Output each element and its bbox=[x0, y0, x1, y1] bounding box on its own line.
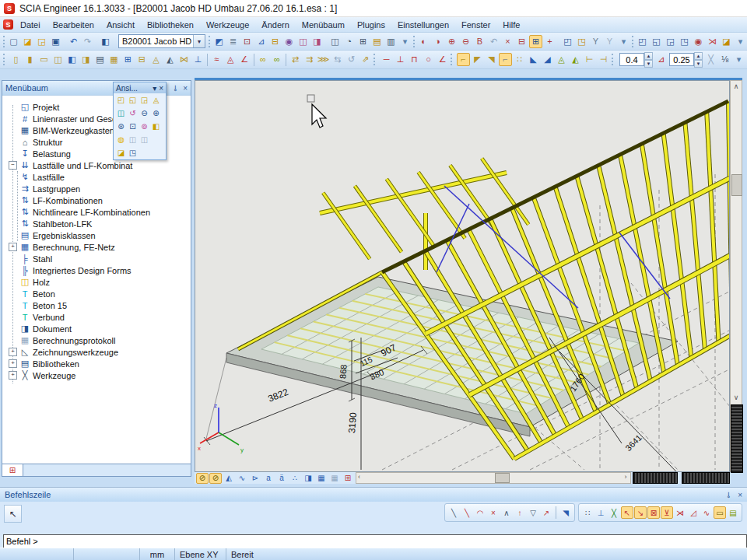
window-tile-horizontal-button[interactable]: ◲ bbox=[664, 35, 677, 48]
filter-a-button[interactable]: Y bbox=[589, 35, 602, 48]
tree-item-lastfälle[interactable]: ↯Lastfälle bbox=[18, 171, 191, 183]
mesh-nodes-button[interactable]: ∴ bbox=[289, 473, 301, 484]
view-parameters-save-button[interactable]: ◫ bbox=[127, 134, 139, 145]
snap-angle-button[interactable]: ∧ bbox=[500, 506, 513, 519]
toolbar-overflow-2-button[interactable]: ▾ bbox=[617, 35, 630, 48]
fast-redraw-button[interactable]: ⋊ bbox=[706, 35, 719, 48]
table-results-button[interactable]: ▦ bbox=[315, 473, 328, 484]
zoom-out-button[interactable]: ⊖ bbox=[139, 107, 150, 119]
toolbar-grip[interactable] bbox=[209, 36, 210, 47]
dot-grid-button[interactable]: ∷ bbox=[581, 506, 594, 519]
preview-window-button[interactable]: ◨ bbox=[310, 35, 324, 48]
tree-item-werkzeuge[interactable]: +╳Werkzeuge bbox=[2, 369, 191, 381]
model-viewport[interactable]: 3822 907 868 115 380 3190 1760 3641 x y … bbox=[195, 80, 730, 472]
snap-arc-center-button[interactable]: ◿ bbox=[687, 506, 700, 519]
menu-werkzeuge[interactable]: Werkzeuge bbox=[200, 19, 255, 31]
display-scale-input[interactable] bbox=[669, 53, 694, 66]
view-side-button[interactable]: ◲ bbox=[139, 94, 150, 106]
select-minus-button[interactable]: ⊟ bbox=[515, 35, 528, 48]
chevron-down-icon[interactable]: ▾ bbox=[153, 84, 156, 93]
tree-item-zeichnungswerkzeuge[interactable]: +◺Zeichnungswerkzeuge bbox=[2, 346, 191, 358]
display-scale-button[interactable]: ╳ bbox=[704, 53, 717, 66]
menu-bearbeiten[interactable]: Bearbeiten bbox=[47, 19, 100, 31]
tree-item-bibliotheken[interactable]: +▤Bibliotheken bbox=[2, 358, 191, 369]
scroll-down-icon[interactable]: ∨ bbox=[731, 392, 742, 403]
select-by-cursor-button[interactable]: ◐ bbox=[417, 35, 430, 48]
vertical-scroll-thumb[interactable] bbox=[731, 174, 742, 196]
line-grid-button[interactable]: ⊥ bbox=[594, 506, 607, 519]
document-link-button[interactable]: ◨ bbox=[302, 473, 314, 484]
clipping-box-button[interactable]: ◫ bbox=[115, 107, 127, 119]
redo-button[interactable]: ↷ bbox=[81, 35, 94, 48]
menubaum-tab[interactable]: ⊞ bbox=[2, 464, 23, 476]
toolbar-grip[interactable] bbox=[3, 36, 5, 47]
tree-item-lastfälle-und-lf-kombinat[interactable]: −⇊Lastfälle und LF-Kombinat bbox=[2, 159, 191, 171]
snap-midpoint-button[interactable]: ↘ bbox=[634, 506, 647, 519]
scale-ratio-button[interactable]: ⅛ bbox=[718, 53, 731, 66]
snap-delete-button[interactable]: × bbox=[487, 506, 500, 519]
toggle-node-labels-button[interactable]: ⊢ bbox=[583, 53, 596, 66]
tree-item-berechnungsprotokoll[interactable]: ▦Berechnungsprotokoll bbox=[2, 334, 191, 346]
select-restore-button[interactable]: ↶ bbox=[487, 35, 500, 48]
pin-icon[interactable]: ⊸ bbox=[170, 85, 179, 91]
draw-perpendicular-button[interactable]: ⊥ bbox=[394, 53, 407, 66]
spinner-up-icon[interactable]: ▲ bbox=[644, 52, 653, 60]
snap-endpoint-button[interactable]: ↖ bbox=[621, 506, 633, 519]
view-flag-button[interactable]: ⊳ bbox=[249, 473, 261, 484]
load-scale-spinner[interactable]: ▲▼ bbox=[619, 52, 653, 68]
tree-item-ergebnisklassen[interactable]: ▤Ergebnisklassen bbox=[18, 229, 191, 241]
select-by-property-button[interactable]: ⊞ bbox=[529, 35, 542, 48]
status-unit[interactable]: mm bbox=[140, 548, 175, 560]
draw-circle-button[interactable]: ○ bbox=[422, 53, 435, 66]
snap-table-button[interactable]: ▤ bbox=[727, 506, 739, 519]
window-tile-button[interactable]: ◱ bbox=[650, 35, 663, 48]
toolbar-grip[interactable] bbox=[413, 36, 415, 47]
tree-item-integriertes-design-forms[interactable]: ╠Integriertes Design Forms bbox=[2, 264, 191, 276]
draw-line-button[interactable]: ─ bbox=[380, 53, 393, 66]
subregion-button[interactable]: ▦ bbox=[107, 53, 121, 66]
select-add-button[interactable]: ⊕ bbox=[445, 35, 458, 48]
labels-settings-button[interactable]: ä bbox=[275, 473, 288, 484]
scroll-left-icon[interactable]: ‹ bbox=[358, 473, 360, 481]
snap-curve-button[interactable]: ∿ bbox=[700, 506, 713, 519]
haunch-button[interactable]: ◬ bbox=[149, 53, 163, 66]
menu-fenster[interactable]: Fenster bbox=[455, 19, 496, 31]
toolbar-grip[interactable] bbox=[374, 54, 377, 65]
toggle-rendering-button[interactable]: ◤ bbox=[471, 53, 484, 66]
spinner-up-icon[interactable]: ▲ bbox=[694, 52, 703, 60]
rotate-button[interactable]: ↺ bbox=[345, 53, 358, 66]
section-grid-button[interactable]: ⊞ bbox=[342, 473, 354, 484]
close-icon[interactable]: × bbox=[738, 491, 742, 499]
mirror-button[interactable]: ⇆ bbox=[331, 53, 344, 66]
check-nodes-button[interactable]: ≈ bbox=[210, 53, 223, 66]
selection-mode-button[interactable]: ↖ bbox=[4, 505, 22, 523]
close-all-viewports-button[interactable]: ◧ bbox=[99, 35, 112, 48]
center-on-selection-button[interactable]: + bbox=[543, 35, 556, 48]
toggle-system-lines-button[interactable]: ⌐ bbox=[499, 53, 512, 66]
tree-item-beton[interactable]: TBeton bbox=[2, 288, 191, 299]
toggle-load-labels-button[interactable]: ◬ bbox=[555, 53, 568, 66]
column-button[interactable]: ▮ bbox=[23, 53, 37, 66]
command-input[interactable] bbox=[3, 534, 747, 548]
view-front-button[interactable]: ◱ bbox=[127, 94, 139, 106]
print-button[interactable]: ◫ bbox=[328, 35, 342, 48]
save-selection-button[interactable]: ◰ bbox=[561, 35, 574, 48]
tree-item-nichtlineare-lf-kombinationen[interactable]: ⇅Nichtlineare LF-Kombinationen bbox=[18, 206, 191, 218]
toolbar-overflow-1-button[interactable]: ▾ bbox=[398, 35, 412, 48]
save-project-button[interactable]: ▣ bbox=[49, 35, 62, 48]
select-single-button[interactable]: B bbox=[473, 35, 486, 48]
collapse-icon[interactable]: − bbox=[9, 161, 17, 170]
link-members-button[interactable]: ∞ bbox=[270, 53, 283, 66]
menu-hilfe[interactable]: Hilfe bbox=[496, 19, 526, 31]
picture-gallery-button[interactable]: ▥ bbox=[384, 35, 398, 48]
load-scale-button[interactable]: ⊿ bbox=[654, 53, 668, 66]
expand-icon[interactable]: + bbox=[9, 359, 17, 368]
scale-button[interactable]: ⇗ bbox=[359, 53, 372, 66]
labels-abc-button[interactable]: a bbox=[262, 473, 275, 484]
snap-ruler-button[interactable]: ▭ bbox=[714, 506, 726, 519]
paste-properties-button[interactable]: ⊟ bbox=[268, 35, 282, 48]
horizontal-scrollbar[interactable]: ‹ › bbox=[356, 472, 631, 484]
snap-plane-button[interactable]: ▽ bbox=[527, 506, 539, 519]
menu-bibliotheken[interactable]: Bibliotheken bbox=[141, 19, 200, 31]
horizontal-scroll-thumb[interactable] bbox=[495, 473, 510, 483]
